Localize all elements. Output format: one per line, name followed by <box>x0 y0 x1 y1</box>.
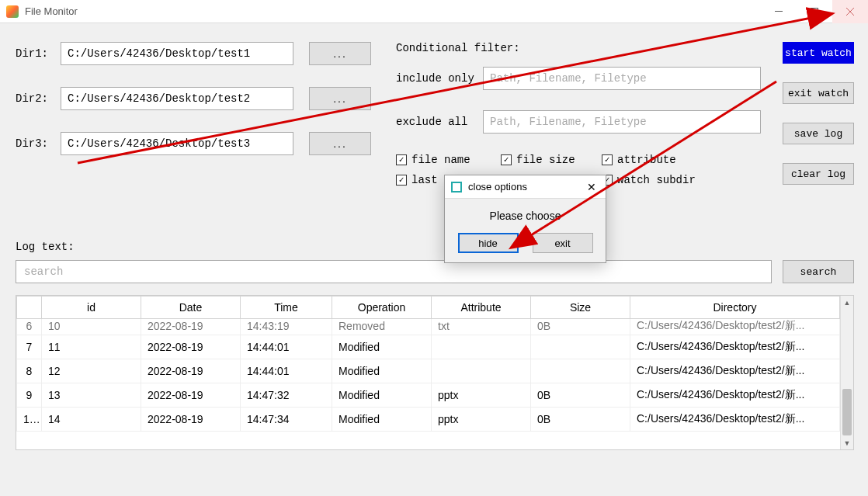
dialog-title: close options <box>468 181 584 193</box>
cell-rowidx: 7 <box>17 335 42 359</box>
exclude-input[interactable] <box>483 110 761 134</box>
cell-size <box>531 335 630 359</box>
cell-dir: C:/Users/42436/Desktop/test2/新... <box>630 408 840 432</box>
col-time[interactable]: Time <box>241 297 332 319</box>
cell-attr <box>432 335 531 359</box>
dialog-close-button[interactable]: ✕ <box>584 181 599 193</box>
cell-dir: C:/Users/42436/Desktop/test2/新... <box>630 359 840 383</box>
cell-size: 0B <box>531 383 630 408</box>
check-file-name[interactable]: ✓file name <box>396 154 501 166</box>
cell-dir: C:/Users/42436/Desktop/test2/新... <box>630 383 840 408</box>
minimize-button[interactable] <box>761 0 797 23</box>
dialog-exit-button[interactable]: exit <box>533 233 593 253</box>
cell-size: 0B <box>531 319 630 335</box>
app-icon <box>6 5 19 18</box>
cell-id: 11 <box>42 335 141 359</box>
dir1-input[interactable] <box>61 42 293 65</box>
cell-op: Modified <box>332 359 432 383</box>
col-operation[interactable]: Operation <box>332 297 432 319</box>
check-file-name-label: file name <box>411 154 470 166</box>
cell-date: 2022-08-19 <box>141 408 241 432</box>
cell-time: 14:47:34 <box>241 408 332 432</box>
cell-id: 12 <box>42 359 141 383</box>
svg-rect-0 <box>775 11 783 12</box>
dialog-message: Please choose <box>445 199 606 233</box>
col-rowidx[interactable] <box>17 297 42 319</box>
table-row[interactable]: 8122022-08-1914:44:01ModifiedC:/Users/42… <box>17 359 840 383</box>
table-row[interactable]: 9132022-08-1914:47:32Modifiedpptx0BC:/Us… <box>17 383 840 408</box>
cell-attr: pptx <box>432 408 531 432</box>
cell-time: 14:43:19 <box>241 319 332 335</box>
cell-size: 0B <box>531 408 630 432</box>
exclude-label: exclude all <box>396 116 483 128</box>
cell-op: Modified <box>332 383 432 408</box>
cell-dir: C:/Users/42436/Desktop/test2/新... <box>630 335 840 359</box>
dir3-input[interactable] <box>61 132 293 155</box>
cell-attr: pptx <box>432 383 531 408</box>
cell-attr <box>432 359 531 383</box>
scroll-down-arrow-icon[interactable]: ▼ <box>841 436 853 449</box>
table-header-row: id Date Time Operation Attribute Size Di… <box>17 297 840 319</box>
cell-date: 2022-08-19 <box>141 359 241 383</box>
dialog-hide-button[interactable]: hide <box>458 233 519 253</box>
dialog-icon <box>451 182 462 193</box>
dir2-browse-button[interactable]: ... <box>309 87 371 110</box>
cell-op: Removed <box>332 319 432 335</box>
cell-rowidx: 9 <box>17 383 42 408</box>
include-input[interactable] <box>483 67 761 90</box>
cell-rowidx: 6 <box>17 319 42 335</box>
table-row[interactable]: 6102022-08-1914:43:19Removedtxt0BC:/User… <box>17 319 840 335</box>
dir2-label: Dir2: <box>16 92 61 105</box>
dir1-browse-button[interactable]: ... <box>309 42 371 65</box>
table-row[interactable]: 10142022-08-1914:47:34Modifiedpptx0BC:/U… <box>17 408 840 432</box>
check-file-size[interactable]: ✓file size <box>501 154 602 166</box>
col-attribute[interactable]: Attribute <box>432 297 531 319</box>
check-attribute-label: attribute <box>617 154 676 166</box>
cell-id: 14 <box>42 408 141 432</box>
cell-date: 2022-08-19 <box>141 335 241 359</box>
log-text-label: Log text: <box>16 241 75 253</box>
dir2-input[interactable] <box>61 87 293 110</box>
cell-rowidx: 10 <box>17 408 42 432</box>
search-button[interactable]: search <box>783 260 854 283</box>
scroll-thumb[interactable] <box>842 389 852 435</box>
check-file-size-label: file size <box>516 154 575 166</box>
main-area: Dir1: ... Dir2: ... Dir3: ... Conditiona… <box>0 23 868 42</box>
save-log-button[interactable]: save log <box>783 123 854 144</box>
col-date[interactable]: Date <box>141 297 241 319</box>
cell-time: 14:44:01 <box>241 359 332 383</box>
dir3-browse-button[interactable]: ... <box>309 132 371 155</box>
scroll-up-arrow-icon[interactable]: ▲ <box>841 296 853 309</box>
cell-rowidx: 8 <box>17 359 42 383</box>
start-watch-button[interactable]: start watch <box>783 42 854 64</box>
log-table[interactable]: id Date Time Operation Attribute Size Di… <box>16 296 840 432</box>
check-watch-subdir-label: watch subdir <box>617 174 696 186</box>
filter-heading: Conditional filter: <box>396 42 761 54</box>
svg-rect-1 <box>811 8 818 15</box>
clear-log-button[interactable]: clear log <box>783 163 854 185</box>
table-scrollbar[interactable]: ▲ ▼ <box>840 296 853 449</box>
check-attribute[interactable]: ✓attribute <box>602 154 707 166</box>
dir3-label: Dir3: <box>16 137 61 150</box>
maximize-button[interactable] <box>797 0 832 23</box>
cell-time: 14:44:01 <box>241 335 332 359</box>
check-watch-subdir[interactable]: ✓watch subdir <box>602 174 707 186</box>
search-input[interactable] <box>16 260 772 283</box>
titlebar: File Monitor <box>0 0 868 23</box>
close-options-dialog: close options ✕ Please choose hide exit <box>444 175 606 263</box>
include-label: include only <box>396 72 483 85</box>
cell-id: 10 <box>42 319 141 335</box>
cell-size <box>531 359 630 383</box>
col-id[interactable]: id <box>42 297 141 319</box>
exit-watch-button[interactable]: exit watch <box>783 82 854 104</box>
cell-id: 13 <box>42 383 141 408</box>
cell-attr: txt <box>432 319 531 335</box>
close-button[interactable] <box>832 0 868 23</box>
col-directory[interactable]: Directory <box>630 297 840 319</box>
cell-time: 14:47:32 <box>241 383 332 408</box>
window-title: File Monitor <box>25 5 78 17</box>
cell-date: 2022-08-19 <box>141 319 241 335</box>
col-size[interactable]: Size <box>531 297 630 319</box>
cell-dir: C:/Users/42436/Desktop/test2/新... <box>630 319 840 335</box>
table-row[interactable]: 7112022-08-1914:44:01ModifiedC:/Users/42… <box>17 335 840 359</box>
